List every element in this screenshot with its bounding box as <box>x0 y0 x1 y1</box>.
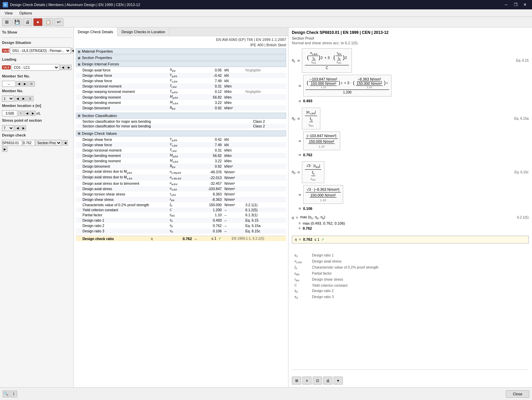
design-internal-forces-header[interactable]: ▣ Design Internal Forces <box>76 61 286 67</box>
table-row: Design torsion shear stress τt,Ed 8.363 … <box>76 191 286 197</box>
design-check-values-header[interactable]: ▣ Design Check Values <box>76 130 286 136</box>
table-row: Design shear force Vy,Ed 0.42 kN <box>76 137 286 142</box>
formula-eta1-result: = 0.493 <box>299 99 529 104</box>
formula-eta-line3: = 0.762 <box>299 226 529 230</box>
close-button[interactable]: Close <box>506 390 529 398</box>
table-row: Characteristic value of 0.2% proof stren… <box>76 202 286 208</box>
table-row: Design bending moment Mz,Ed 3.22 kNm <box>76 100 286 105</box>
rp-title: Design Check SP6810.01 | EN 1999 | CEN |… <box>292 30 529 35</box>
member-no-row: 1 ◀ ▶ ⊙ <box>2 96 71 102</box>
toolbar-btn-1[interactable]: ⊞ <box>2 18 11 26</box>
legend-row: γM1 Partial factor <box>292 271 528 276</box>
ms-next-button[interactable]: ▶ <box>22 81 28 87</box>
ms-prev-button[interactable]: ◀ <box>16 81 21 87</box>
section-properties-header[interactable]: ▣ Section Properties <box>76 55 286 61</box>
stress-point-label: Stress point of section <box>2 118 71 122</box>
table-row: Design shear stress τEd -8.363 N/mm² <box>76 197 286 202</box>
toolbar-btn-2[interactable]: 💾 <box>12 18 22 26</box>
table-row: Design axial stress due to My,Ed σx,My,E… <box>76 169 286 175</box>
toolbar-btn-5[interactable]: 📋 <box>44 18 53 26</box>
loading-row: ULS CO1 - LC1 ◀ ▶ <box>2 64 71 71</box>
tab-design-checks-in-location[interactable]: Design Checks in Location <box>117 27 169 36</box>
left-panel: To Show Design Situation ULS DS1 - ULS (… <box>0 27 74 387</box>
window-close-button[interactable]: ✕ <box>521 0 529 9</box>
info-icon[interactable]: i <box>10 391 17 397</box>
mn-next-button[interactable]: ▶ <box>21 96 26 101</box>
rp-tool-4[interactable]: 🖨 <box>323 377 332 385</box>
section-classification-header[interactable]: ▣ Section Classification <box>76 113 286 119</box>
loading-next-button[interactable]: ▶ <box>66 65 71 70</box>
table-row: Design torsional moment Tt,Ed 0.31 kNm <box>76 83 286 89</box>
design-situation-dropdown[interactable]: DS1 - ULS (STR/GEO) - Perman... <box>10 47 71 54</box>
table-row: Design bending moment My,Ed 56.82 kNm <box>76 153 286 158</box>
middle-content: EN AW-6060 (EP) T66 | EN 1999-1-1:2007 I… <box>74 36 288 387</box>
middle-panel: Design Check Details Design Checks in Lo… <box>74 27 288 387</box>
member-location-row: + ◀ ▶ x/L <box>2 110 71 116</box>
member-set-input[interactable] <box>2 81 15 87</box>
table-row: Design ratio 1 η1 0.493 -- Eq. 6.15 <box>76 218 286 223</box>
rp-tool-dropdown[interactable]: ▼ <box>333 377 343 385</box>
main-layout: To Show Design Situation ULS DS1 - ULS (… <box>0 27 532 387</box>
minimize-button[interactable]: ─ <box>502 0 511 9</box>
member-location-label: Member location x [m] <box>2 104 71 108</box>
dc-prev-button[interactable]: ◀ <box>62 140 68 146</box>
design-situation-label: Design Situation <box>2 41 71 45</box>
rp-tool-1[interactable]: ⊞ <box>292 377 301 385</box>
formula-eta1-main: η1 = ( σx,Ed f0 <box>292 48 529 73</box>
legend-row: σx,Ed Design axial stress <box>292 259 528 264</box>
title-bar: ⊞ Design Check Details | Members | Alumi… <box>0 0 532 9</box>
restore-button[interactable]: ❒ <box>511 0 520 9</box>
formula-eta-final-block: η = max (η1, η2, η3) 6.2.1(5) = max (0.4… <box>292 215 529 230</box>
tab-design-check-details[interactable]: Design Check Details <box>74 27 117 36</box>
bottom-bar: 🔍 i Close <box>0 387 532 400</box>
mn-prev-button[interactable]: ◀ <box>15 96 20 101</box>
loading-dropdown[interactable]: CO1 - LC1 <box>11 64 59 71</box>
sp-next-button[interactable]: ▶ <box>21 125 26 131</box>
table-row: Yield criterion constant C 1.200 -- 6.1.… <box>76 208 286 212</box>
ml-prev-button[interactable]: ◀ <box>24 111 30 116</box>
rp-tool-3[interactable]: ⊡ <box>313 377 322 385</box>
material-properties-header[interactable]: ▣ Material Properties <box>76 48 286 54</box>
table-row: Design torsional moment Tt,Ed 0.31 kNm <box>76 148 286 153</box>
toolbar-btn-6[interactable]: ↩ <box>54 18 63 26</box>
table-row: Design shear force Vy,Ed -0.42 kN <box>76 73 286 78</box>
toolbar-btn-4[interactable]: ● <box>33 18 43 26</box>
member-location-input[interactable] <box>2 110 17 116</box>
formula-eta3-block: η3 = √3 · |τEd| f0 γM1 Eq. <box>292 161 529 211</box>
table-row: Design bending moment My,Ed 56.82 kNm <box>76 94 286 100</box>
ms-action-button[interactable]: ⊙ <box>28 81 35 87</box>
ml-next-button[interactable]: ▶ <box>30 111 36 116</box>
menu-options[interactable]: Options <box>17 10 35 16</box>
formula-eta-line1: η = max (η1, η2, η3) 6.2.1(5) <box>292 215 529 220</box>
legend-row: C Yield criterion constant <box>292 283 528 288</box>
dc-next-button[interactable]: ▶ <box>2 147 7 152</box>
stress-point-dropdown[interactable]: 7 <box>2 125 14 131</box>
menu-view[interactable]: View <box>2 10 15 16</box>
legend-table: η1 Design ratio 1 σx,Ed Design axial str… <box>292 252 529 301</box>
formula-eta2-block: η2 = |σx,Ed| f0 γM1 Eq. 6. <box>292 108 529 157</box>
rp-tool-2[interactable]: ≡ <box>302 377 312 385</box>
toolbar-btn-3[interactable]: 🖨 <box>23 18 32 26</box>
search-icon[interactable]: 🔍 <box>3 391 9 397</box>
legend-row: η2 Design ratio 2 <box>292 288 528 294</box>
loading-prev-button[interactable]: ◀ <box>60 65 65 70</box>
formula-eta2-main: η2 = |σx,Ed| f0 γM1 Eq. 6. <box>292 108 529 129</box>
design-check-ratio-input[interactable] <box>23 140 35 146</box>
title-bar-left: ⊞ Design Check Details | Members | Alumi… <box>3 2 140 7</box>
table-row: Section classification for minor axis be… <box>76 124 286 128</box>
stress-point-row: 7 ◀ ▶ <box>2 125 71 131</box>
design-check-id-input[interactable] <box>2 140 22 146</box>
result-box: η = 0.762 ≤ 1 ✓ <box>292 236 529 243</box>
design-check-ratio-row: Design check ratio η 0.762 -- ≤ 1 ✓ EN 1… <box>76 236 286 241</box>
proof-dropdown[interactable]: Section Proof... <box>36 140 62 146</box>
member-no-dropdown[interactable]: 1 <box>2 96 14 102</box>
formula-eta3-sub: = √3 · |−8.363 N/mm²| 150.000 N/mm² 1.10 <box>299 185 529 204</box>
mn-action-button[interactable]: ⊙ <box>27 96 34 101</box>
ml-minus-button[interactable]: + <box>18 111 23 116</box>
sp-prev-button[interactable]: ◀ <box>15 125 20 131</box>
tab-bar: Design Check Details Design Checks in Lo… <box>74 27 288 36</box>
dif-toggle-icon: ▣ <box>77 62 81 66</box>
formula-eta1-sub: = ( −103.847 N/mm² 150.000 N/mm² 1.10 <box>299 75 529 97</box>
section-info: IPE 400 | British Steel <box>76 43 286 47</box>
member-no-label: Member No. <box>2 89 71 93</box>
